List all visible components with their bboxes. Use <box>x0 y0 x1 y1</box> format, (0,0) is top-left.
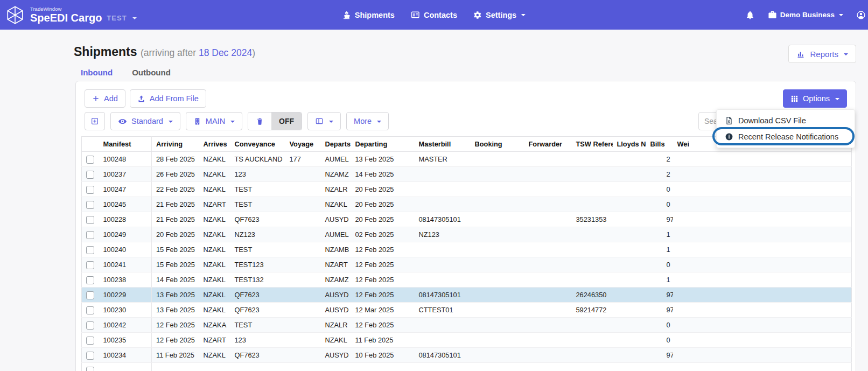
add-from-file-button[interactable]: Add From File <box>130 89 206 108</box>
column-header[interactable]: TSW Refere... <box>572 137 613 152</box>
trash-icon-toggle[interactable] <box>248 113 271 130</box>
nav-item-shipments[interactable]: Shipments <box>342 11 395 19</box>
row-checkbox[interactable] <box>86 216 94 224</box>
off-toggle[interactable]: OFF <box>271 113 302 130</box>
table-row[interactable]: 10023726 Feb 2025NZAKL123NZAMZ14 Feb 202… <box>82 167 852 182</box>
table-row[interactable]: 10022913 Feb 2025NZAKLQF7623AUSYD12 Feb … <box>82 288 852 303</box>
table-cell <box>673 197 852 212</box>
table-cell <box>673 303 852 318</box>
chevron-down-icon[interactable] <box>132 17 137 22</box>
menu-item-recent-release-notifications[interactable]: Recent Release Notifications <box>717 129 855 145</box>
more-dropdown[interactable]: More <box>346 112 389 130</box>
columns-dropdown[interactable] <box>307 112 341 130</box>
row-checkbox[interactable] <box>86 201 94 209</box>
briefcase-icon <box>768 10 777 19</box>
table-cell <box>673 212 852 227</box>
column-header[interactable]: Forwarder <box>524 137 572 152</box>
table-cell <box>230 363 285 371</box>
plus-icon <box>92 95 100 102</box>
column-header[interactable]: Manifest <box>99 137 152 152</box>
table-cell: TEST <box>230 242 285 257</box>
nav-item-contacts[interactable]: Contacts <box>411 10 457 19</box>
bar-chart-icon <box>796 50 806 59</box>
table-cell <box>471 272 524 288</box>
table-row[interactable]: 10024722 Feb 2025NZAKLTESTNZALR20 Feb 20… <box>82 182 852 197</box>
tab-outbound[interactable]: Outbound <box>132 68 171 82</box>
main-nav: Shipments Contacts Settings <box>342 0 526 30</box>
table-row[interactable]: 10023013 Feb 2025NZAKLQF7623AUSYD12 Mar … <box>82 303 852 318</box>
column-header[interactable]: Booking <box>471 137 524 152</box>
column-header[interactable]: Arrives <box>199 137 230 152</box>
table-cell: QF7623 <box>230 303 285 318</box>
table-row[interactable]: 10024115 Feb 2025NZAKLTEST123NZART12 Feb… <box>82 257 852 272</box>
info-circle-icon <box>725 132 733 141</box>
expand-button[interactable] <box>85 112 105 130</box>
table-cell: 20 Feb 2025 <box>351 212 415 227</box>
table-cell <box>572 197 613 212</box>
table-cell: AUMEL <box>321 227 351 242</box>
nav-label: Settings <box>486 11 516 19</box>
table-cell <box>415 272 471 288</box>
table-cell: NZAKL <box>199 167 230 182</box>
table-cell <box>285 288 321 303</box>
column-header[interactable]: Departing <box>351 137 415 152</box>
table-row[interactable]: 10023512 Feb 2025NZART123NZAKL11 Feb 202… <box>82 333 852 348</box>
column-header[interactable]: Voyage <box>285 137 321 152</box>
row-checkbox[interactable] <box>86 231 94 239</box>
add-button[interactable]: Add <box>85 89 125 108</box>
row-checkbox[interactable] <box>86 367 94 371</box>
shipments-table: ManifestArrivingArrivesConveyanceVoyageD… <box>81 136 852 371</box>
table-cell <box>673 257 852 272</box>
table-row[interactable]: 10022821 Feb 2025NZAKLQF7623AUSYD20 Feb … <box>82 212 852 227</box>
options-button[interactable]: Options <box>783 89 847 108</box>
column-header[interactable]: Bills <box>646 137 673 152</box>
table-cell <box>673 227 852 242</box>
table-cell <box>613 363 646 371</box>
tab-inbound[interactable]: Inbound <box>81 68 113 82</box>
table-row[interactable]: 10024828 Feb 2025NZAKLTS AUCKLAND177AUME… <box>82 152 852 167</box>
row-checkbox[interactable] <box>86 261 94 269</box>
column-header[interactable]: Masterbill <box>415 137 471 152</box>
table-cell <box>285 182 321 197</box>
table-cell <box>415 318 471 333</box>
table-row[interactable]: 10024920 Feb 2025NZAKLNZ123AUMEL02 Feb 2… <box>82 227 852 242</box>
table-row[interactable]: 10023814 Feb 2025NZAKLTEST132NZAMZ12 Feb… <box>82 272 852 288</box>
row-checkbox[interactable] <box>86 156 94 164</box>
column-header[interactable]: Arriving <box>152 137 199 152</box>
menu-item-download-csv[interactable]: Download CSV File <box>717 113 855 129</box>
reports-button[interactable]: Reports <box>788 45 856 63</box>
arriving-after-date-link[interactable]: 18 Dec 2024 <box>199 47 252 58</box>
notifications-bell-button[interactable] <box>745 10 755 20</box>
column-header[interactable]: Conveyance <box>230 137 285 152</box>
column-header[interactable]: Departs <box>321 137 351 152</box>
table-row[interactable] <box>82 363 852 371</box>
row-checkbox[interactable] <box>86 321 94 330</box>
branch-main-dropdown[interactable]: MAIN <box>186 112 242 130</box>
user-menu[interactable]: Luc <box>856 10 868 20</box>
row-checkbox[interactable] <box>86 171 94 179</box>
nav-item-settings[interactable]: Settings <box>473 11 526 19</box>
table-cell <box>673 333 852 348</box>
row-checkbox[interactable] <box>86 337 94 345</box>
table-cell <box>471 227 524 242</box>
row-checkbox[interactable] <box>86 352 94 360</box>
row-checkbox[interactable] <box>86 246 94 254</box>
table-cell: NZAMZ <box>321 167 351 182</box>
row-checkbox[interactable] <box>86 186 94 194</box>
table-cell: NZAKL <box>199 348 230 363</box>
app-logo[interactable]: TradeWindow SpeEDI Cargo TEST <box>4 4 137 26</box>
table-row[interactable]: 10023411 Feb 2025NZAKLQF7623AUSYD10 Feb … <box>82 348 852 363</box>
table-cell: 08147305101 <box>415 348 471 363</box>
view-standard-dropdown[interactable]: Standard <box>110 112 180 130</box>
table-cell <box>471 197 524 212</box>
column-header[interactable]: Lloyds No <box>613 137 646 152</box>
table-cell <box>415 197 471 212</box>
table-row[interactable]: 10024015 Feb 2025NZAKLTESTNZAMB12 Feb 20… <box>82 242 852 257</box>
row-checkbox[interactable] <box>86 306 94 314</box>
row-checkbox[interactable] <box>86 276 94 284</box>
table-cell: 08147305101 <box>415 288 471 303</box>
row-checkbox[interactable] <box>86 291 94 299</box>
table-row[interactable]: 10024521 Feb 2025NZARTTESTNZAKL20 Feb 20… <box>82 197 852 212</box>
business-switcher[interactable]: Demo Business <box>768 10 843 19</box>
table-row[interactable]: 10024212 Feb 2025NZAKATESTNZALR12 Feb 20… <box>82 318 852 333</box>
